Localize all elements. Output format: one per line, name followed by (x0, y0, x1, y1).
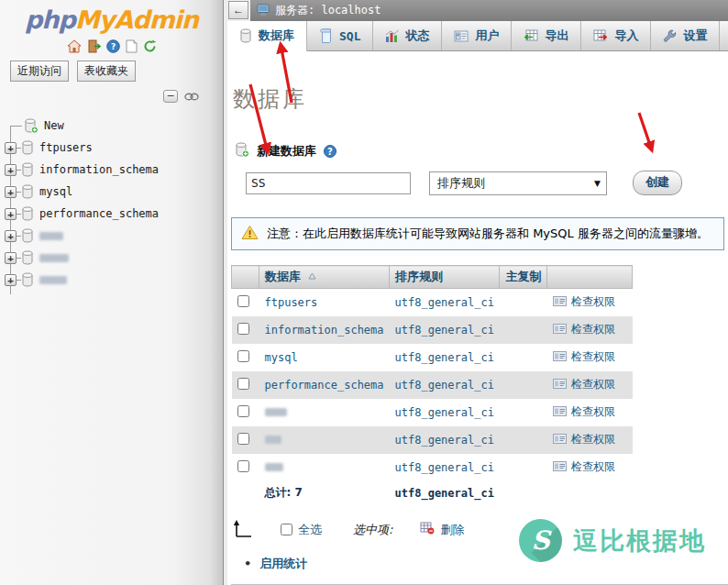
check-all-checkbox[interactable] (281, 524, 292, 535)
database-link[interactable]: ftpusers (265, 296, 318, 309)
check-privileges-link[interactable]: 检查权限 (571, 404, 615, 420)
expand-icon[interactable]: + (5, 164, 17, 176)
replication-cell (500, 371, 547, 399)
tree-item-label: New (44, 119, 64, 132)
sidebar: phpMyAdmin ? 近期访问 表收藏夹 − New +ftpusers+i… (0, 0, 223, 585)
home-icon[interactable] (67, 39, 82, 53)
collation-link[interactable]: utf8_general_ci (395, 324, 494, 337)
tab-users[interactable]: 用户 (442, 21, 512, 50)
database-name-input[interactable] (246, 172, 411, 194)
row-checkbox[interactable] (237, 350, 249, 362)
recent-tables-button[interactable]: 近期访问 (10, 61, 69, 82)
row-checkbox[interactable] (237, 323, 249, 335)
topbar: ← 服务器: localhost (227, 0, 728, 21)
logo-myadmin-text: MyAdmin (75, 6, 198, 34)
total-count: 总计: 7 (259, 481, 390, 505)
header-replication[interactable]: 主复制 (500, 266, 547, 289)
row-checkbox[interactable] (237, 378, 249, 390)
database-add-icon (235, 142, 249, 160)
tab-status[interactable]: 状态 (373, 21, 442, 50)
check-privileges-link[interactable]: 检查权限 (571, 294, 615, 310)
phpmyadmin-logo[interactable]: phpMyAdmin (0, 6, 223, 34)
collation-link[interactable]: utf8_general_ci (395, 434, 494, 447)
expand-icon[interactable]: + (5, 142, 17, 154)
database-icon (21, 250, 34, 265)
collation-link[interactable]: utf8_general_ci (395, 461, 494, 474)
check-privileges-link[interactable]: 检查权限 (571, 349, 615, 365)
table-row: utf8_general_ci检查权限 (232, 426, 633, 454)
create-button[interactable]: 创建 (633, 171, 682, 195)
tab-export[interactable]: 导出 (512, 21, 581, 50)
privileges-icon (553, 461, 567, 474)
tree-item-information_schema[interactable]: +information_schema (2, 159, 223, 181)
database-link[interactable]: information_schema (265, 324, 384, 337)
drop-icon (420, 522, 435, 537)
collation-link[interactable]: utf8_general_ci (395, 296, 494, 309)
expand-icon[interactable]: + (5, 274, 17, 286)
tree-item-new[interactable]: New (2, 115, 223, 137)
collation-link[interactable]: utf8_general_ci (395, 379, 494, 392)
sort-ascending-icon (308, 272, 316, 280)
help-icon[interactable]: ? (324, 145, 336, 158)
tab-sql[interactable]: SQL (307, 21, 373, 50)
database-link[interactable]: mysql (265, 351, 298, 364)
database-icon (21, 140, 34, 155)
tab-label: 导入 (614, 28, 638, 44)
page-title: 数据库 (233, 84, 728, 114)
svg-text:?: ? (110, 42, 115, 51)
table-favorites-button[interactable]: 表收藏夹 (77, 61, 136, 82)
collation-link[interactable]: utf8_general_ci (395, 351, 494, 364)
check-privileges-link[interactable]: 检查权限 (571, 377, 615, 392)
expand-icon[interactable]: + (5, 186, 17, 198)
status-icon (385, 29, 399, 43)
check-privileges-link[interactable]: 检查权限 (571, 459, 615, 475)
privileges-icon (553, 324, 567, 337)
tree-item-censored-6[interactable]: + (2, 269, 223, 291)
tree-item-censored-4[interactable]: + (2, 225, 223, 247)
expand-icon[interactable]: + (5, 208, 17, 220)
tab-label: 状态 (405, 28, 429, 44)
check-all-link[interactable]: 全选 (298, 522, 322, 538)
row-checkbox[interactable] (237, 460, 249, 472)
expand-icon[interactable]: + (5, 230, 17, 242)
collation-select-value: 排序规则 (437, 175, 485, 192)
database-link[interactable]: performance_schema (265, 379, 384, 392)
row-checkbox[interactable] (237, 433, 249, 445)
expand-icon[interactable]: + (5, 252, 17, 264)
tree-item-censored-5[interactable]: + (2, 247, 223, 269)
tree-item-ftpusers[interactable]: +ftpusers (2, 137, 223, 159)
help-icon[interactable]: ? (106, 39, 120, 53)
header-database[interactable]: 数据库 (259, 266, 390, 289)
tree-item-performance_schema[interactable]: +performance_schema (2, 203, 223, 225)
chevron-down-icon: ▼ (594, 179, 601, 188)
replication-cell (500, 344, 547, 371)
watermark: S 逗比根据地 (519, 519, 706, 562)
users-icon (454, 30, 469, 42)
row-checkbox[interactable] (237, 295, 249, 307)
bullet: • (244, 557, 251, 570)
check-privileges-link[interactable]: 检查权限 (571, 432, 615, 447)
docs-icon[interactable] (126, 39, 138, 53)
logout-icon[interactable] (87, 39, 101, 53)
tab-settings[interactable]: 设置 (651, 21, 720, 50)
database-icon (21, 206, 34, 221)
censored-database-name (265, 436, 281, 444)
back-button[interactable]: ← (228, 1, 248, 19)
tree-item-mysql[interactable]: +mysql (2, 181, 223, 203)
tab-import[interactable]: 导入 (581, 21, 651, 50)
drop-selected-link[interactable]: 删除 (440, 522, 464, 538)
collation-select[interactable]: 排序规则 ▼ (429, 171, 607, 195)
reload-icon[interactable] (143, 39, 157, 53)
link-icon[interactable] (184, 87, 199, 105)
row-checkbox[interactable] (237, 405, 249, 417)
tab-label: 设置 (683, 28, 707, 44)
database-icon (21, 184, 34, 199)
enable-statistics-link[interactable]: 启用统计 (259, 556, 307, 572)
header-collation[interactable]: 排序规则 (390, 266, 500, 289)
table-row: performance_schemautf8_general_ci检查权限 (232, 371, 633, 399)
collapse-all-button[interactable]: − (163, 90, 178, 103)
check-all-arrow-icon (233, 519, 253, 541)
check-privileges-link[interactable]: 检查权限 (571, 322, 615, 337)
tab-databases[interactable]: 数据库 (227, 21, 307, 51)
collation-link[interactable]: utf8_general_ci (395, 406, 494, 419)
